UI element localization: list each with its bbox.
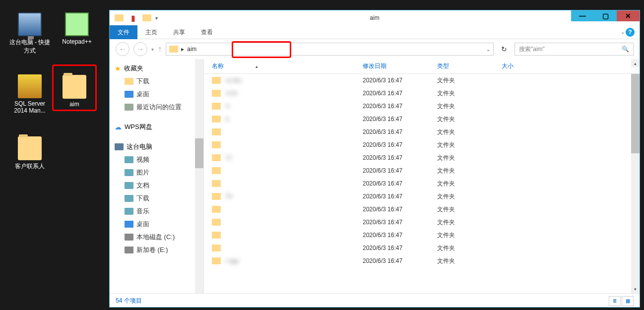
- file-date: 2020/6/3 16:47: [363, 116, 437, 123]
- nav-item-disk-e[interactable]: 新加卷 (E:): [110, 244, 203, 256]
- icon-label: SQL Server 2014 Man...: [7, 100, 52, 114]
- nav-pane[interactable]: ★ 收藏夹 下载 桌面 最近访问的位置 ☁ WPS网盘 这台电脑 视频: [110, 59, 204, 293]
- col-header-type[interactable]: 类型: [437, 62, 502, 70]
- tab-file[interactable]: 文件: [110, 25, 137, 39]
- nav-item-pictures[interactable]: 图片: [110, 166, 203, 179]
- file-row[interactable]: 2020/6/3 16:47文件夹: [204, 229, 640, 242]
- file-row[interactable]: A tin2020/6/3 16:47文件夹: [204, 87, 640, 100]
- tab-home[interactable]: 主页: [137, 25, 165, 39]
- file-row[interactable]: 2020/6/3 16:47文件夹: [204, 138, 640, 151]
- ribbon-expand-icon[interactable]: ⌄: [621, 29, 625, 35]
- nav-favorites: ★ 收藏夹 下载 桌面 最近访问的位置: [110, 62, 203, 114]
- icon-label: Notepad++: [55, 38, 99, 45]
- file-row[interactable]: b 2020/6/3 16:47文件夹: [204, 113, 640, 125]
- folder-icon: [212, 232, 221, 239]
- nav-item-desktop2[interactable]: 桌面: [110, 218, 203, 231]
- file-name: ra iles: [226, 77, 242, 84]
- desktop-icon-contacts[interactable]: 客户联系人: [7, 136, 52, 171]
- minimize-button[interactable]: —: [571, 10, 594, 21]
- folder-icon: [212, 180, 221, 187]
- file-type: 文件夹: [437, 231, 502, 240]
- qat-properties-icon[interactable]: ▮: [128, 12, 138, 23]
- file-row[interactable]: 2020/6/3 16:47文件夹: [204, 242, 640, 254]
- nav-item-documents[interactable]: 文档: [110, 179, 203, 192]
- nav-wps-header[interactable]: ☁ WPS网盘: [110, 121, 203, 133]
- file-scrollbar-thumb[interactable]: [631, 74, 640, 153]
- cloud-icon: ☁: [115, 123, 122, 131]
- pc-icon: [115, 143, 124, 150]
- address-dropdown-icon[interactable]: ⌄: [486, 47, 490, 52]
- file-row[interactable]: 2020/6/3 16:47文件夹: [204, 125, 640, 138]
- file-date: 2020/6/3 16:47: [363, 128, 437, 135]
- folder-icon: [18, 136, 42, 160]
- desktop-icon-notepadpp[interactable]: Notepad++: [55, 12, 99, 45]
- file-row[interactable]: 2020/6/3 16:47文件夹: [204, 177, 640, 190]
- desktop-icon-this-pc[interactable]: 这台电脑 - 快捷方式: [7, 12, 52, 55]
- documents-icon: [125, 182, 133, 189]
- file-name: b: [226, 116, 229, 123]
- refresh-button[interactable]: ↻: [498, 43, 511, 56]
- folder-icon: [212, 257, 221, 264]
- nav-item-recent[interactable]: 最近访问的位置: [110, 101, 203, 114]
- col-header-size[interactable]: 大小: [502, 62, 551, 70]
- view-icons-button[interactable]: ▦: [622, 296, 634, 306]
- folder-icon: [212, 154, 221, 161]
- file-row[interactable]: 2020/6/3 16:47文件夹: [204, 164, 640, 177]
- nav-item-desktop[interactable]: 桌面: [110, 88, 203, 101]
- address-bar[interactable]: ▸ aim ⌄: [166, 43, 494, 56]
- qat-newfolder-icon[interactable]: [141, 12, 152, 23]
- desktop-icon-sqlserver[interactable]: SQL Server 2014 Man...: [7, 74, 52, 114]
- nav-favorites-header[interactable]: ★ 收藏夹: [110, 62, 203, 75]
- folder-icon: [212, 245, 221, 251]
- tab-share[interactable]: 共享: [165, 25, 193, 39]
- file-list[interactable]: ra iles2020/6/3 16:47文件夹A tin2020/6/3 16…: [204, 74, 640, 278]
- view-details-button[interactable]: ≣: [609, 296, 621, 306]
- nav-scrollbar-thumb[interactable]: [195, 138, 203, 168]
- qat-folder-icon[interactable]: [114, 12, 125, 23]
- file-row[interactable]: A 2020/6/3 16:47文件夹: [204, 100, 640, 113]
- file-type: 文件夹: [437, 180, 502, 188]
- file-row[interactable]: Cl 2020/6/3 16:47文件夹: [204, 151, 640, 164]
- breadcrumb-arrow[interactable]: ▸: [181, 46, 184, 53]
- breadcrumb-folder-icon: [169, 46, 178, 53]
- nav-item-downloads2[interactable]: 下载: [110, 192, 203, 205]
- folder-icon: [212, 141, 221, 148]
- qat-dropdown-icon[interactable]: ▾: [155, 15, 158, 21]
- help-icon[interactable]: ?: [626, 28, 635, 37]
- recent-locations-icon[interactable]: ▾: [151, 47, 154, 52]
- maximize-button[interactable]: ▢: [594, 10, 617, 21]
- folder-icon: [212, 193, 221, 200]
- col-header-date[interactable]: 修改日期: [363, 62, 437, 70]
- file-row[interactable]: I age2020/6/3 16:47文件夹: [204, 254, 640, 267]
- nav-label: 收藏夹: [124, 64, 143, 73]
- nav-item-music[interactable]: 音乐: [110, 205, 203, 218]
- status-text: 54 个项目: [116, 297, 142, 305]
- file-date: 2020/6/3 16:47: [363, 77, 437, 84]
- file-date: 2020/6/3 16:47: [363, 193, 437, 200]
- titlebar[interactable]: ▮ ▾ aim — ▢ ✕: [110, 10, 640, 25]
- forward-button[interactable]: →: [133, 42, 147, 56]
- search-input[interactable]: 搜索"aim" 🔍: [515, 43, 634, 56]
- file-row[interactable]: Fir 2020/6/3 16:47文件夹: [204, 190, 640, 203]
- file-name: A: [226, 103, 230, 110]
- back-button[interactable]: ←: [116, 42, 129, 56]
- tab-view[interactable]: 查看: [193, 25, 221, 39]
- breadcrumb-current[interactable]: aim: [187, 46, 196, 53]
- file-row[interactable]: ra iles2020/6/3 16:47文件夹: [204, 74, 640, 87]
- desktop-icon-aim[interactable]: aim: [52, 64, 97, 111]
- file-name: I age: [226, 257, 239, 264]
- sort-asc-icon: ▴: [256, 64, 258, 69]
- close-button[interactable]: ✕: [617, 10, 640, 21]
- col-header-name[interactable]: 名称▴: [204, 62, 363, 70]
- file-type: 文件夹: [437, 244, 502, 252]
- nav-item-downloads[interactable]: 下载: [110, 75, 203, 88]
- file-row[interactable]: 2020/6/3 16:47文件夹: [204, 216, 640, 229]
- file-row[interactable]: 2020/6/3 16:47文件夹: [204, 203, 640, 216]
- nav-pc-header[interactable]: 这台电脑: [110, 140, 203, 153]
- nav-scrollbar[interactable]: [195, 59, 203, 293]
- nav-item-videos[interactable]: 视频: [110, 153, 203, 166]
- scroll-up-icon[interactable]: ▴: [631, 59, 640, 67]
- nav-item-disk-c[interactable]: 本地磁盘 (C:): [110, 231, 203, 244]
- up-button[interactable]: ↑: [158, 45, 162, 54]
- scroll-down-icon[interactable]: ▾: [631, 285, 640, 293]
